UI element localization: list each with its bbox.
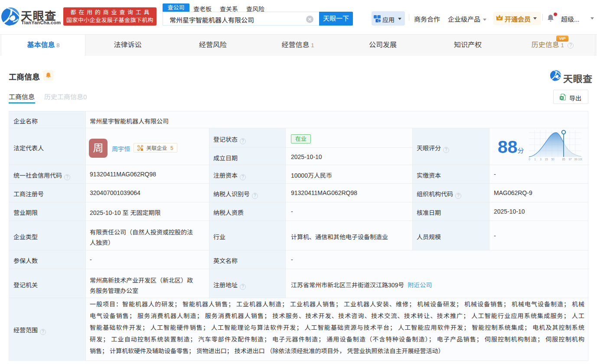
svg-text:1: 1 — [534, 158, 536, 161]
svg-text:100: 100 — [578, 158, 582, 161]
svg-text:3: 3 — [540, 158, 542, 161]
svg-text:85: 85 — [562, 158, 565, 161]
svg-text:99: 99 — [574, 158, 577, 161]
svg-text:97: 97 — [568, 158, 572, 161]
svg-text:50: 50 — [551, 158, 555, 161]
svg-text:15: 15 — [545, 158, 548, 161]
svg-text:0: 0 — [528, 158, 530, 161]
